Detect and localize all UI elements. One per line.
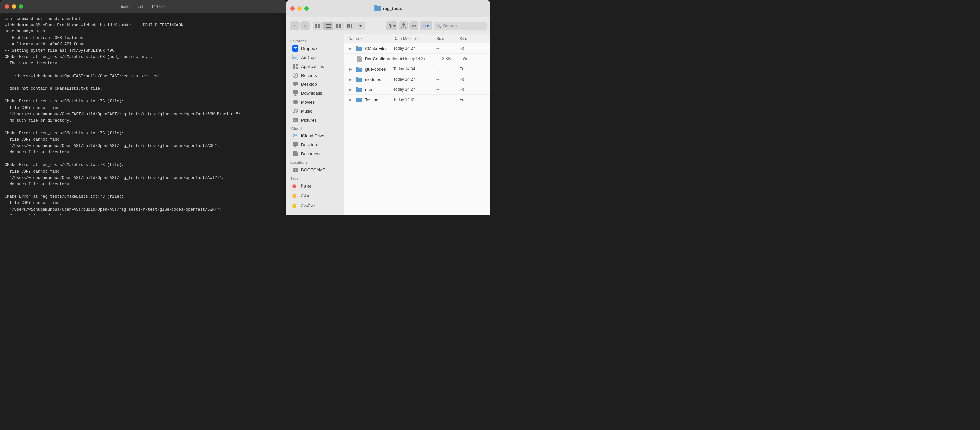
file-size: --	[436, 46, 460, 51]
file-list: Name ∧ Date Modified Size Kind ▶ CMakeFi…	[344, 35, 490, 215]
back-button[interactable]: ‹	[290, 21, 299, 30]
sidebar-item-downloads[interactable]: Downloads	[288, 89, 342, 97]
dropbox-button[interactable]: □ ▾	[420, 21, 433, 30]
sidebar-item-music[interactable]: Music	[288, 107, 342, 115]
sidebar-item-icloud-drive[interactable]: iCloud Drive	[288, 132, 342, 140]
tag-red-icon	[292, 183, 298, 189]
finder-close-button[interactable]	[290, 6, 295, 11]
sidebar-item-pictures[interactable]: Pictures	[288, 116, 342, 124]
icloud-label: iCloud	[286, 124, 344, 131]
terminal-titlebar: build — -zsh — 111×74	[0, 0, 286, 13]
size-column-header[interactable]: Size	[436, 37, 460, 41]
file-icon	[356, 55, 362, 62]
sidebar-item-tag-red[interactable]: สีแดง	[288, 181, 342, 191]
table-row[interactable]: ▶ Testing Today 14:31 -- Fo	[344, 95, 490, 105]
sidebar-item-desktop[interactable]: Desktop	[288, 80, 342, 88]
file-icon	[356, 76, 362, 83]
applications-label: Applications	[301, 64, 324, 69]
tag-red-label: สีแดง	[301, 183, 311, 190]
finder-content: Favorites Dropbox	[286, 35, 490, 215]
svg-rect-27	[294, 86, 296, 86]
table-row[interactable]: ▶ CMakeFiles Today 14:27 -- Fo	[344, 43, 490, 54]
dropbox-icon	[292, 45, 298, 51]
sidebar-item-applications[interactable]: Applications	[288, 62, 342, 70]
date-column-header[interactable]: Date Modified	[393, 37, 436, 41]
sidebar-item-recents[interactable]: Recents	[288, 71, 342, 80]
view-options-button[interactable]: ▾	[355, 22, 365, 30]
file-icon	[356, 86, 362, 93]
file-name: r-test	[365, 87, 375, 92]
icloud-documents-label: Documents	[301, 151, 323, 156]
svg-rect-10	[347, 27, 348, 28]
table-row[interactable]: ▶ glue-codes Today 14:34 -- Fo	[344, 64, 490, 74]
file-size: --	[436, 67, 460, 71]
svg-rect-23	[296, 67, 298, 69]
expand-arrow[interactable]: ▶	[348, 87, 353, 92]
svg-rect-26	[293, 82, 298, 85]
movies-label: Movies	[301, 100, 315, 105]
table-row[interactable]: DartConfiguration.tcl Today 14:27 3 KB W…	[344, 54, 490, 64]
tag-yellow-icon	[292, 203, 298, 209]
dropbox-label: Dropbox	[301, 46, 317, 51]
svg-rect-28	[294, 86, 297, 86]
sidebar-item-icloud-desktop[interactable]: Desktop	[288, 140, 342, 149]
expand-arrow[interactable]: ▶	[348, 46, 353, 51]
airdrop-button[interactable]	[409, 21, 418, 30]
sidebar-item-dropbox[interactable]: Dropbox	[288, 44, 342, 53]
expand-arrow[interactable]: ▶	[348, 67, 353, 71]
svg-rect-33	[293, 103, 294, 104]
file-size: --	[436, 87, 460, 92]
sidebar-item-tag-orange[interactable]: สีส้ม	[288, 191, 342, 201]
gallery-view-button[interactable]	[345, 22, 355, 30]
svg-rect-39	[293, 142, 298, 146]
sidebar-item-bootcamp[interactable]: BOOTCAMP	[288, 165, 342, 174]
finder-sidebar: Favorites Dropbox	[286, 35, 344, 215]
action-button[interactable]: ▾	[386, 21, 397, 30]
share-button[interactable]	[399, 21, 408, 30]
bootcamp-label: BOOTCAMP	[301, 167, 325, 172]
svg-rect-21	[293, 66, 295, 69]
expand-arrow[interactable]: ▶	[348, 97, 353, 102]
finder-maximize-button[interactable]	[304, 6, 309, 11]
icon-view-button[interactable]	[313, 22, 323, 30]
svg-rect-12	[351, 24, 352, 28]
terminal-body[interactable]: zsh: command not found: openfast wichuda…	[0, 13, 286, 215]
kind-column-header[interactable]: Kind	[460, 37, 486, 41]
tag-orange-label: สีส้ม	[301, 193, 309, 199]
pictures-label: Pictures	[301, 118, 317, 123]
recents-label: Recents	[301, 73, 317, 78]
name-column-header[interactable]: Name ∧	[348, 37, 393, 41]
svg-point-20	[295, 57, 296, 59]
downloads-label: Downloads	[301, 91, 322, 96]
terminal-window: build — -zsh — 111×74 zsh: command not f…	[0, 0, 286, 215]
expand-arrow[interactable]: ▶	[348, 77, 353, 81]
sort-arrow: ∧	[360, 37, 363, 41]
forward-button[interactable]: ›	[300, 21, 310, 30]
expand-arrow[interactable]	[348, 56, 353, 61]
table-row[interactable]: ▶ r-test Today 14:27 -- Fo	[344, 84, 490, 95]
airdrop-icon	[292, 54, 298, 60]
file-date: Today 14:27	[393, 87, 436, 92]
tag-yellow-label: สีเหลือง	[301, 202, 315, 209]
svg-point-13	[390, 25, 391, 27]
svg-rect-7	[336, 24, 338, 28]
column-view-button[interactable]	[334, 22, 344, 30]
file-name: glue-codes	[365, 67, 386, 72]
search-input[interactable]	[434, 22, 487, 30]
table-row[interactable]: ▶ modules Today 14:27 -- Fo	[344, 74, 490, 84]
sidebar-item-airdrop[interactable]: AirDrop	[288, 53, 342, 62]
list-view-button[interactable]	[323, 22, 333, 30]
finder-minimize-button[interactable]	[298, 6, 302, 11]
maximize-button[interactable]	[19, 4, 23, 9]
svg-rect-42	[293, 168, 298, 169]
finder-window-title: reg_tests	[383, 6, 402, 11]
sidebar-item-icloud-documents[interactable]: Documents	[288, 150, 342, 158]
svg-rect-1	[318, 24, 320, 25]
close-button[interactable]	[5, 4, 9, 9]
bootcamp-icon	[292, 167, 298, 173]
sidebar-item-movies[interactable]: Movies	[288, 98, 342, 106]
pictures-icon	[292, 117, 298, 123]
sidebar-item-tag-yellow[interactable]: สีเหลือง	[288, 201, 342, 211]
minimize-button[interactable]	[11, 4, 16, 9]
file-kind: Fo	[460, 87, 486, 92]
